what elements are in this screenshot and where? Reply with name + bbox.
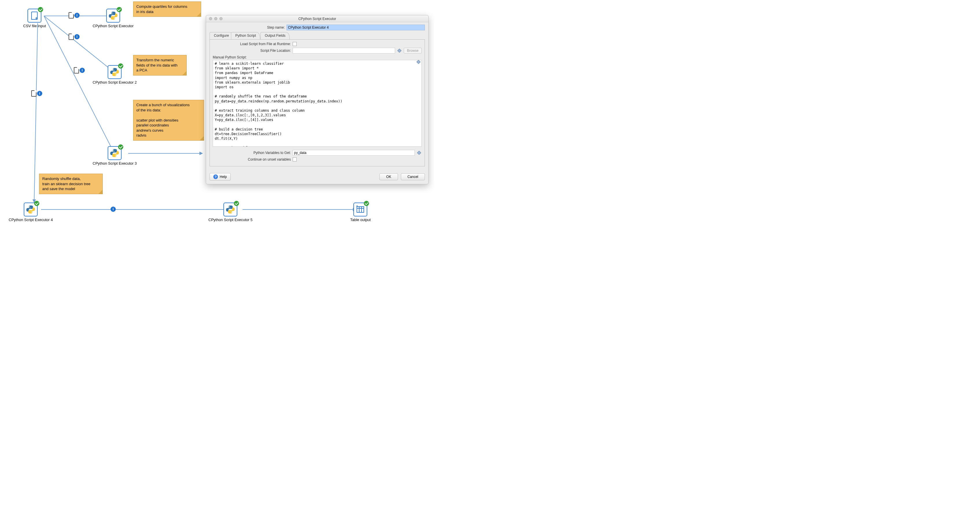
node-csv-file-input[interactable]: CSV file input: [23, 9, 46, 28]
continue-unset-label: Continue on unset variables: [213, 157, 291, 162]
load-script-runtime-checkbox[interactable]: [293, 42, 297, 46]
step-properties-dialog[interactable]: CPython Script Executor Step name: Confi…: [206, 15, 429, 184]
svg-point-16: [229, 206, 230, 207]
status-ok-icon: [117, 7, 122, 12]
status-ok-icon: [364, 201, 369, 206]
svg-point-11: [116, 75, 116, 76]
load-script-runtime-label: Load Script from File at Runtime:: [213, 42, 291, 46]
document-icon: [31, 90, 37, 97]
node-label: CPython Script Executor 4: [9, 217, 52, 222]
cancel-button[interactable]: Cancel: [401, 173, 425, 180]
status-ok-icon: [38, 7, 43, 12]
svg-point-9: [114, 18, 115, 19]
python-icon: [223, 203, 237, 216]
dialog-title: CPython Script Executor: [206, 17, 428, 21]
sticky-note[interactable]: Transform the numeric fields of the iris…: [133, 55, 187, 76]
variable-picker-icon[interactable]: [398, 49, 401, 53]
svg-point-12: [113, 150, 114, 151]
browse-button[interactable]: Browse: [404, 48, 422, 54]
document-icon: [68, 12, 74, 19]
help-button-label: Help: [220, 175, 227, 179]
tab-configure[interactable]: Configure: [210, 32, 233, 40]
node-label: CPython Script Executor: [92, 24, 134, 28]
info-icon: i: [111, 206, 116, 212]
sticky-text: Transform the numeric fields of the iris…: [136, 58, 177, 72]
python-script-textarea[interactable]: [213, 60, 422, 147]
continue-unset-checkbox[interactable]: [293, 157, 297, 162]
python-icon: [24, 203, 38, 216]
node-cpython-executor-1[interactable]: CPython Script Executor: [92, 9, 134, 28]
manual-script-label: Manual Python Script:: [213, 55, 422, 59]
python-vars-get-input[interactable]: [293, 150, 415, 156]
sticky-text: Compute quartiles for columns in iris da…: [136, 4, 187, 14]
svg-point-13: [116, 156, 116, 157]
node-label: CPython Script Executor 5: [208, 217, 252, 222]
svg-rect-18: [357, 206, 364, 213]
tab-python-script[interactable]: Python Script: [231, 32, 260, 40]
hop-icon[interactable]: i: [111, 206, 116, 212]
node-cpython-executor-2[interactable]: CPython Script Executor 2: [92, 65, 137, 84]
svg-point-8: [111, 13, 112, 13]
hop-icon[interactable]: i: [31, 90, 42, 97]
tab-output-fields[interactable]: Output Fields: [261, 32, 290, 40]
status-ok-icon: [118, 63, 123, 68]
document-icon: [74, 67, 79, 73]
node-cpython-executor-5[interactable]: CPython Script Executor 5: [208, 203, 252, 222]
info-icon: i: [75, 13, 80, 18]
svg-rect-7: [32, 12, 37, 19]
node-label: Table output: [350, 217, 371, 222]
svg-line-3: [34, 23, 38, 203]
script-file-location-input[interactable]: [293, 48, 395, 54]
hop-icon[interactable]: i: [68, 12, 80, 19]
minimize-icon[interactable]: [214, 17, 217, 20]
zoom-icon[interactable]: [220, 17, 223, 20]
python-icon: [106, 9, 120, 22]
status-ok-icon: [118, 144, 123, 149]
info-icon: i: [80, 68, 85, 73]
python-icon: [108, 146, 122, 160]
close-icon[interactable]: [209, 17, 212, 20]
sticky-note[interactable]: Randomly shuffle data, train an sklearn …: [39, 174, 103, 194]
tab-panel-python-script: Load Script from File at Runtime: Script…: [210, 40, 425, 167]
svg-point-10: [113, 69, 114, 70]
help-icon: ?: [213, 175, 218, 179]
status-ok-icon: [234, 201, 239, 206]
sticky-note[interactable]: Compute quartiles for columns in iris da…: [133, 2, 201, 17]
node-label: CSV file input: [23, 24, 46, 28]
node-label: CPython Script Executor 2: [92, 80, 137, 84]
dialog-titlebar[interactable]: CPython Script Executor: [206, 15, 428, 22]
script-file-location-label: Script File Location:: [213, 49, 291, 53]
window-controls[interactable]: [209, 17, 223, 20]
status-ok-icon: [34, 201, 39, 206]
hop-icon[interactable]: i: [74, 67, 85, 73]
svg-point-14: [29, 206, 30, 207]
sticky-note[interactable]: Create a bunch of visualizations of the …: [133, 100, 204, 141]
variable-picker-icon[interactable]: [417, 151, 421, 155]
node-cpython-executor-4[interactable]: CPython Script Executor 4: [9, 203, 52, 222]
node-label: CPython Script Executor 3: [92, 161, 137, 165]
csv-file-icon: [27, 9, 41, 22]
sticky-text: Create a bunch of visualizations of the …: [136, 103, 189, 137]
document-icon: [68, 33, 74, 40]
info-icon: i: [75, 34, 80, 40]
step-name-label: Step name:: [210, 25, 285, 30]
ok-button[interactable]: OK: [379, 173, 398, 180]
info-icon: i: [37, 91, 42, 96]
sticky-text: Randomly shuffle data, train an sklearn …: [42, 176, 90, 191]
svg-point-17: [231, 212, 232, 213]
table-icon: [353, 203, 367, 216]
hop-icon[interactable]: i: [68, 33, 80, 40]
python-vars-get-label: Python Variables to Get:: [213, 151, 291, 155]
python-icon: [108, 65, 122, 79]
node-table-output[interactable]: Table output: [350, 203, 371, 222]
help-button[interactable]: ? Help: [210, 173, 231, 181]
node-cpython-executor-3[interactable]: CPython Script Executor 3: [92, 146, 137, 165]
svg-point-15: [32, 212, 32, 213]
tab-bar: Configure Python Script Output Fields: [210, 32, 425, 40]
step-name-input[interactable]: [286, 25, 425, 30]
dialog-footer: ? Help OK Cancel: [206, 170, 428, 184]
